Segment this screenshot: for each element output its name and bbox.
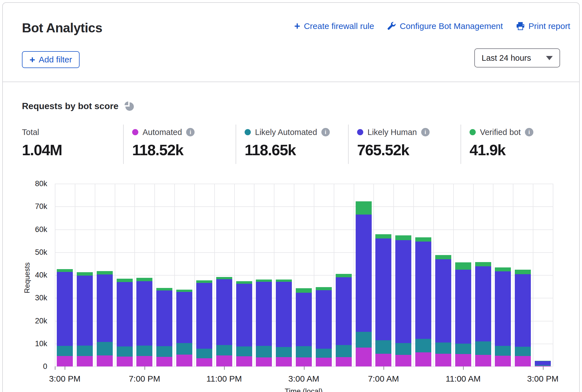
segment-likely-human [475, 266, 491, 341]
segment-automated [256, 357, 272, 366]
bar-3-00-AM[interactable] [296, 288, 312, 366]
v-gridline [314, 184, 314, 366]
x-tick-mark [55, 366, 55, 370]
segment-verified-bot [435, 255, 451, 259]
segment-likely-human [455, 270, 471, 344]
segment-verified-bot [415, 237, 431, 242]
segment-verified-bot [216, 277, 232, 279]
plus-icon: + [30, 54, 35, 65]
segment-likely-automated [136, 346, 152, 356]
h-gridline [55, 206, 553, 207]
stat-label: Likely Automated [255, 128, 317, 137]
info-icon[interactable]: i [321, 128, 330, 136]
stat-verified-bot: Verified bot i 41.9k [470, 127, 533, 159]
bar-7-00-AM[interactable] [375, 234, 391, 366]
stat-likely-automated: Likely Automated i 118.65k [245, 127, 330, 159]
segment-verified-bot [196, 280, 212, 283]
stat-value: 1.04M [22, 141, 62, 159]
bar-4-00-PM[interactable] [77, 272, 93, 366]
bar-8-00-AM[interactable] [395, 235, 411, 366]
bar-2-00-PM[interactable] [515, 270, 531, 366]
segment-likely-human [415, 242, 431, 339]
y-tick-label: 70k [35, 202, 47, 211]
segment-likely-automated [57, 346, 73, 356]
add-filter-button[interactable]: + Add filter [22, 51, 80, 68]
segment-likely-automated [176, 343, 192, 355]
bar-8-00-PM[interactable] [156, 288, 172, 366]
segment-verified-bot [57, 269, 73, 272]
segment-verified-bot [236, 281, 252, 284]
add-filter-label: Add filter [39, 55, 72, 64]
segment-verified-bot [475, 262, 491, 266]
bar-9-00-AM[interactable] [415, 237, 431, 366]
v-gridline [55, 184, 55, 366]
segment-likely-human [316, 290, 332, 349]
v-gridline [134, 184, 135, 366]
bar-11-00-AM[interactable] [455, 262, 471, 366]
bar-6-00-PM[interactable] [117, 279, 133, 366]
x-axis-title: Time (local) [285, 387, 323, 392]
segment-likely-automated [276, 347, 292, 357]
segment-likely-human [256, 282, 272, 346]
bar-10-00-PM[interactable] [196, 280, 212, 366]
segment-likely-human [117, 282, 133, 346]
h-gridline [55, 229, 553, 230]
segment-likely-human [515, 274, 531, 347]
info-icon[interactable]: i [525, 128, 533, 136]
stat-divider [123, 125, 124, 164]
bar-7-00-PM[interactable] [136, 278, 152, 366]
v-gridline [354, 184, 354, 366]
segment-likely-human [535, 361, 551, 365]
bar-1-00-PM[interactable] [495, 267, 511, 366]
v-gridline [553, 184, 553, 366]
create-firewall-rule-link[interactable]: + Create firewall rule [294, 21, 374, 31]
v-gridline [254, 184, 254, 366]
segment-automated [136, 356, 152, 366]
bar-12-00-PM[interactable] [475, 262, 491, 366]
configure-bot-management-link[interactable]: Configure Bot Management [387, 21, 503, 31]
plus-icon: + [294, 22, 300, 30]
segment-automated [375, 354, 391, 366]
bar-3-00-PM[interactable] [57, 269, 73, 366]
segment-verified-bot [316, 287, 332, 290]
segment-likely-human [236, 284, 252, 346]
segment-automated [216, 355, 232, 366]
likely-human-legend-dot [357, 129, 363, 135]
bar-10-00-AM[interactable] [435, 255, 451, 367]
info-icon[interactable]: i [186, 128, 195, 136]
segment-likely-automated [216, 345, 232, 355]
bar-4-00-AM[interactable] [316, 287, 332, 366]
bar-3-00-PM[interactable] [535, 361, 551, 366]
segment-likely-human [356, 215, 372, 332]
segment-automated [276, 357, 292, 366]
bar-5-00-PM[interactable] [97, 271, 113, 366]
stat-likely-human: Likely Human i 765.52k [357, 127, 430, 159]
bar-12-00-AM[interactable] [236, 281, 252, 366]
stat-divider [348, 125, 349, 164]
bar-1-00-AM[interactable] [256, 280, 272, 366]
print-report-link[interactable]: Print report [516, 21, 570, 31]
stat-value: 41.9k [470, 141, 533, 159]
bar-11-00-PM[interactable] [216, 277, 232, 366]
segment-likely-automated [356, 332, 372, 348]
segment-automated [395, 355, 411, 366]
stat-label: Automated [143, 128, 182, 137]
info-icon[interactable]: i [421, 128, 430, 136]
v-gridline [214, 184, 215, 366]
bar-5-00-AM[interactable] [336, 274, 352, 366]
segment-automated [316, 358, 332, 366]
time-range-select[interactable]: Last 24 hours [474, 48, 560, 67]
automated-legend-dot [132, 129, 138, 135]
segment-likely-human [495, 271, 511, 346]
pie-chart-icon [123, 101, 134, 111]
bar-6-00-AM[interactable] [356, 201, 372, 366]
bar-9-00-PM[interactable] [176, 290, 192, 366]
bar-2-00-AM[interactable] [276, 280, 292, 366]
section-title: Requests by bot score [22, 101, 118, 111]
segment-likely-automated [336, 345, 352, 357]
segment-verified-bot [77, 272, 93, 275]
segment-verified-bot [117, 279, 133, 282]
v-gridline [234, 184, 235, 366]
segment-verified-bot [276, 280, 292, 282]
time-range-value: Last 24 hours [482, 53, 531, 63]
